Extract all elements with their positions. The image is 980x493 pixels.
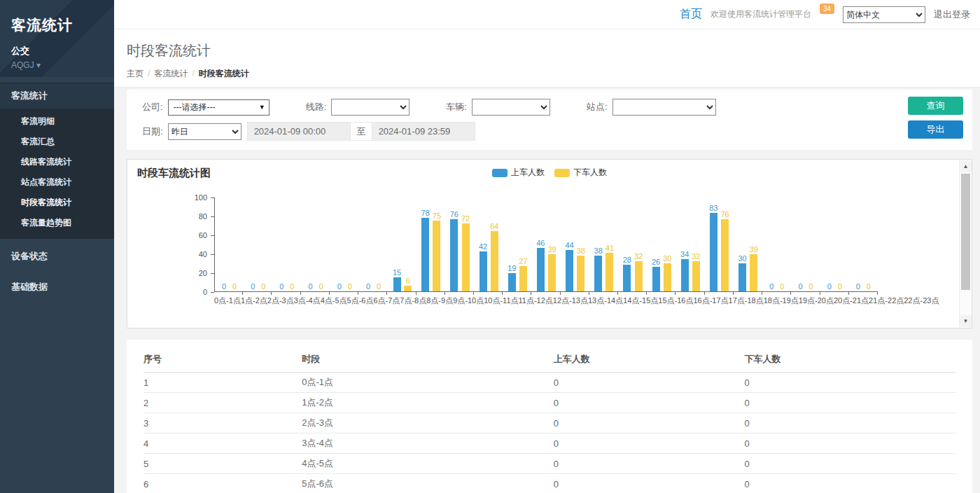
bar-group: 3841	[589, 197, 618, 291]
breadcrumb-item[interactable]: 客流统计	[154, 69, 188, 78]
bar-group: 4264	[475, 197, 503, 291]
sidebar-item-passenger-stats[interactable]: 客流统计	[0, 83, 114, 109]
table-column-header: 上车人数	[554, 347, 745, 373]
brand-box: 客流统计 公交 AQGJ ▾	[0, 0, 114, 77]
language-select[interactable]: 简体中文	[843, 6, 925, 23]
x-axis-label: 1点-2点	[241, 296, 267, 306]
bar-column: 76	[450, 210, 458, 291]
bar-column: 83	[709, 204, 718, 291]
legend-label: 上车人数	[511, 167, 545, 179]
bar-group: 2832	[618, 197, 647, 291]
table-cell: 0	[744, 373, 955, 393]
home-link[interactable]: 首页	[680, 7, 702, 22]
bar-value-label: 0	[798, 282, 802, 291]
sidebar-subitem[interactable]: 客流汇总	[0, 132, 114, 152]
bar-group: 00	[762, 197, 791, 291]
content: 公司: ---请选择--- ▼ 线路: 车辆: 站点: 日期: 昨日	[114, 88, 980, 493]
bar-value-label: 0	[309, 282, 313, 291]
line-select[interactable]	[331, 99, 410, 116]
sidebar-item[interactable]: 基础数据	[0, 274, 114, 300]
bar-value-label: 0	[251, 282, 255, 291]
table-header-row: 序号时段上车人数下车人数	[144, 347, 955, 373]
x-axis-ticks	[214, 292, 878, 295]
table-cell: 2	[144, 393, 302, 413]
legend-swatch	[492, 169, 507, 177]
export-button[interactable]: 导出	[908, 120, 963, 139]
date-start-input[interactable]	[247, 122, 351, 141]
bar-alighting	[635, 261, 643, 291]
bar-column: 75	[433, 211, 441, 291]
bar-column: 0	[836, 282, 844, 291]
chart-body: 020406080100 000000000000156787576724264…	[127, 183, 972, 321]
x-axis-label: 14点-15点	[623, 296, 658, 306]
bar-value-label: 0	[867, 282, 871, 291]
bar-value-label: 0	[337, 282, 342, 291]
legend-label: 下车人数	[573, 167, 607, 179]
app-logo: 客流统计	[11, 15, 103, 35]
filter-row-2: 日期: 昨日 至	[142, 122, 964, 141]
sidebar-subitem[interactable]: 客流明细	[0, 111, 114, 132]
legend-item[interactable]: 上车人数	[492, 167, 545, 179]
bar-value-label: 44	[565, 241, 573, 250]
scrollbar-thumb[interactable]	[961, 174, 970, 290]
sidebar-nav: 客流统计 客流明细客流汇总线路客流统计站点客流统计时段客流统计客流量趋势图 设备…	[0, 83, 114, 300]
bar-alighting	[721, 219, 729, 291]
bar-boarding	[479, 251, 487, 291]
date-preset-select[interactable]: 昨日	[168, 123, 241, 140]
chart-scrollbar[interactable]: ▲ ▼	[959, 160, 971, 327]
chart-title: 时段车流统计图	[137, 167, 211, 179]
breadcrumb: 主页/客流统计/时段客流统计	[127, 68, 980, 80]
org-code-dropdown[interactable]: AQGJ ▾	[11, 60, 103, 70]
company-select[interactable]: ---请选择--- ▼	[168, 99, 270, 116]
bar-value-label: 78	[421, 209, 430, 218]
bar-value-label: 76	[450, 210, 458, 219]
bar-value-label: 46	[536, 239, 545, 248]
main-area: 首页 欢迎使用客流统计管理平台 34 简体中文 退出登录 时段客流统计 主页/客…	[114, 0, 980, 493]
bar-alighting	[404, 286, 412, 291]
logout-link[interactable]: 退出登录	[934, 8, 970, 21]
bar-boarding	[738, 263, 746, 292]
bar-groups: 0000000000001567875767242641927463944383…	[215, 197, 878, 291]
x-axis-label: 18点-19点	[764, 296, 799, 306]
bar-value-label: 27	[519, 257, 527, 266]
legend-swatch	[554, 169, 570, 177]
bar-column: 41	[606, 244, 614, 291]
scroll-up-icon[interactable]: ▲	[960, 160, 972, 172]
sidebar-subitem[interactable]: 站点客流统计	[0, 172, 114, 193]
table-row: 54点-5点00	[144, 454, 955, 474]
bar-column: 72	[461, 214, 470, 291]
station-select[interactable]	[612, 99, 716, 116]
table-row: 10点-1点00	[144, 373, 955, 393]
sidebar-subitem[interactable]: 客流量趋势图	[0, 213, 114, 233]
vehicle-select[interactable]	[472, 99, 550, 116]
legend-item[interactable]: 下车人数	[554, 167, 607, 179]
table-cell: 4点-5点	[302, 454, 554, 474]
bar-column: 0	[317, 282, 325, 291]
bar-value-label: 72	[461, 214, 470, 223]
table-row: 65点-6点00	[144, 474, 955, 493]
x-axis-label: 13点-14点	[588, 296, 623, 306]
breadcrumb-item[interactable]: 主页	[127, 69, 144, 78]
sidebar: 客流统计 公交 AQGJ ▾ 客流统计 客流明细客流汇总线路客流统计站点客流统计…	[0, 0, 114, 493]
table-cell: 0	[554, 413, 745, 433]
bar-alighting	[548, 254, 556, 291]
bar-column: 39	[547, 245, 556, 291]
query-button[interactable]: 查询	[908, 97, 963, 115]
x-axis-label: 6点-7点	[373, 296, 400, 306]
bar-column: 26	[652, 258, 660, 291]
sidebar-subitem[interactable]: 线路客流统计	[0, 152, 114, 172]
bar-column: 0	[260, 282, 267, 291]
scroll-down-icon[interactable]: ▼	[960, 315, 972, 327]
sidebar-subitem[interactable]: 时段客流统计	[0, 193, 114, 213]
bar-value-label: 41	[606, 244, 614, 253]
bar-value-label: 0	[222, 282, 226, 291]
chart-panel: 时段车流统计图 上车人数下车人数 020406080100 0000000000…	[127, 159, 972, 328]
bar-boarding	[537, 248, 545, 291]
bar-column: 0	[346, 282, 354, 291]
date-label: 日期:	[142, 125, 163, 138]
chart-legend: 上车人数下车人数	[492, 167, 607, 179]
date-end-input[interactable]	[372, 122, 475, 141]
sidebar-item[interactable]: 设备状态	[0, 243, 114, 270]
page-title: 时段客流统计	[127, 41, 980, 60]
table-cell: 0	[744, 474, 955, 493]
